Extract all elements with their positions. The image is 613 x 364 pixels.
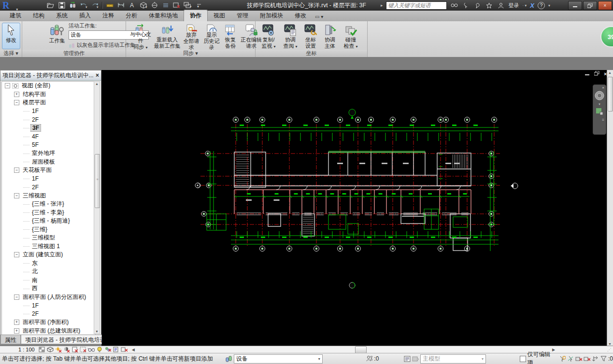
select-pinned-icon[interactable] (575, 356, 582, 362)
collapse-infocenter-icon[interactable]: ▸ (381, 3, 383, 8)
ribbon-tab-建筑[interactable]: 建筑 (4, 10, 27, 21)
filter-icon[interactable] (600, 356, 607, 362)
tab-project-browser[interactable]: 项目浏览器 - 技师学院机电培训... (21, 335, 102, 344)
ribbon-button-relinquish[interactable]: 放弃全部请求 (181, 23, 201, 51)
tree-item-1F[interactable]: 1F (2, 107, 95, 116)
tree-item-屋面楼板[interactable]: 屋面楼板 (2, 158, 95, 167)
collapse-icon[interactable]: − (14, 100, 19, 105)
sign-in-icon[interactable] (497, 1, 505, 10)
ribbon-tab-体量和场地[interactable]: 体量和场地 (143, 10, 184, 21)
coordinate-panel-footer[interactable]: 坐标 (256, 50, 367, 56)
tree-item-4F[interactable]: 4F (2, 132, 95, 141)
text-icon[interactable]: A (128, 1, 136, 9)
tree-item-2F[interactable]: 2F (2, 183, 95, 192)
thin-lines-icon[interactable] (161, 1, 170, 9)
default-3d-view-icon[interactable]: ▾ (139, 1, 147, 9)
worksharing-display-icon[interactable] (104, 347, 111, 353)
status-workset-dropdown[interactable]: 设备 ▾ (234, 354, 323, 364)
ribbon-button-restore[interactable]: 恢复备份 (222, 23, 239, 51)
tree-item-三维模型[interactable]: 三维模型 (2, 234, 95, 242)
ribbon-tab-系统[interactable]: 系统 (50, 10, 73, 21)
search-input[interactable] (386, 1, 447, 10)
collapse-icon[interactable]: − (14, 252, 19, 257)
navbar-divider-icon[interactable]: ▾ (593, 102, 606, 106)
tree-item--三维-李枭-[interactable]: {三维 - 李枭} (2, 209, 95, 217)
ribbon-tab-附加模块[interactable]: 附加模块 (254, 10, 289, 21)
exchange-apps-icon[interactable]: X (530, 2, 534, 9)
sign-in-label[interactable]: 登录 (508, 2, 519, 9)
tab-properties[interactable]: 属性 (0, 335, 21, 344)
ribbon-button-history[interactable]: 显示历史记录 (201, 23, 222, 51)
restore-button[interactable] (583, 1, 597, 10)
select-panel-footer[interactable]: 选择 ▾ (0, 50, 22, 56)
tree-scroll-up-icon[interactable]: ▲ (94, 82, 100, 85)
tree-item--三维-[interactable]: {三维} (2, 225, 95, 234)
drag-elements-icon[interactable] (592, 356, 599, 362)
editable-only-toggle[interactable]: 仅可编辑项 (520, 350, 555, 364)
vertical-scroll-thumb[interactable] (608, 77, 613, 112)
tree-item-西[interactable]: 西 (2, 284, 95, 293)
ribbon-tab-协作[interactable]: 协作 (184, 10, 208, 21)
analytical-model-icon[interactable] (121, 347, 128, 353)
tree-scrollbar[interactable]: ▲ ≡ ▼ (94, 81, 100, 334)
ribbon-tab-分析[interactable]: 分析 (120, 10, 143, 21)
tree-item-天花板平面[interactable]: −天花板平面 (2, 166, 95, 175)
expand-icon[interactable]: + (14, 328, 19, 334)
ribbon-button-interference[interactable]: 碰撞检查 ▾ (340, 23, 362, 51)
ribbon-button-reload[interactable]: 重新载入最新工作集 (153, 23, 181, 51)
select-links-icon[interactable] (567, 356, 574, 362)
reveal-hidden-icon[interactable] (96, 347, 103, 353)
expand-icon[interactable]: + (14, 320, 19, 325)
design-option-dropdown[interactable]: 主模型 ▾ (420, 354, 486, 364)
navbar-close-icon[interactable]: × (593, 85, 606, 90)
tree-item--三维-杨雨迪-[interactable]: {三维 - 杨雨迪} (2, 217, 95, 225)
resize-grip-icon[interactable]: ⋰ (607, 348, 611, 352)
tree-item-2F[interactable]: 2F (2, 310, 95, 319)
vertical-scrollbar[interactable]: ▲ ▼ (607, 70, 613, 347)
tree-item-南[interactable]: 南 (2, 276, 95, 285)
temporary-hide-isolate-icon[interactable] (88, 347, 95, 353)
temporary-view-properties-icon[interactable] (113, 347, 119, 353)
zoom-tool-icon[interactable] (593, 108, 606, 117)
show-crop-region-icon[interactable] (80, 347, 86, 353)
tree-item-面积平面-净面积-[interactable]: +面积平面 (净面积) (2, 318, 95, 327)
tree-item-1F[interactable]: 1F (2, 175, 95, 183)
collapse-icon[interactable]: − (5, 83, 10, 88)
tree-item-结构平面[interactable]: +结构平面 (2, 90, 95, 99)
search-icon[interactable] (450, 1, 458, 10)
editable-only-checkbox[interactable] (520, 356, 526, 362)
drawing-canvas[interactable]: × (101, 70, 607, 347)
tree-item-视图-全部-[interactable]: −视图 (全部) (2, 82, 95, 90)
horizontal-scroll-thumb[interactable] (355, 346, 367, 353)
select-underlay-icon[interactable] (584, 356, 590, 362)
collapse-icon[interactable]: − (14, 193, 19, 198)
editing-requests-icon[interactable] (366, 356, 373, 362)
ribbon-tab-插入[interactable]: 插入 (73, 10, 97, 21)
view-restore-icon[interactable] (594, 71, 599, 77)
save-icon[interactable] (57, 1, 66, 9)
tree-item-三维视图[interactable]: −三维视图 (2, 192, 95, 200)
tree-item-面积平面-总建筑面积-[interactable]: +面积平面 (总建筑面积) (2, 327, 95, 336)
tree-item-楼层平面[interactable]: −楼层平面 (2, 98, 95, 107)
tree-item-2F[interactable]: 2F (2, 115, 95, 124)
modify-button[interactable]: 修改 (2, 23, 20, 49)
project-browser-close-icon[interactable]: × (96, 72, 99, 79)
tree-item-北[interactable]: 北 (2, 267, 95, 276)
sign-in-arrow-icon[interactable]: · ▾ (522, 3, 527, 8)
ribbon-tab-视图[interactable]: 视图 (208, 10, 231, 21)
ribbon-button-coords[interactable]: 坐标设置 (301, 23, 320, 51)
scroll-up-icon[interactable]: ▲ (607, 71, 613, 74)
tree-item-室外地坪[interactable]: 室外地坪 (2, 149, 95, 158)
redo-icon[interactable]: ▾ (91, 1, 99, 9)
section-icon[interactable] (150, 1, 158, 9)
shadows-icon[interactable] (63, 347, 70, 353)
sync-central-icon[interactable] (69, 1, 77, 9)
view-minimize-icon[interactable] (585, 71, 590, 77)
tree-scroll-thumb[interactable]: ≡ (95, 154, 100, 208)
tree-item-三维视图-1[interactable]: 三维视图 1 (2, 242, 95, 251)
manage-panel-footer[interactable]: 管理协作 (22, 50, 126, 56)
tree-item-3F[interactable]: 3F (2, 124, 95, 133)
design-options-icon[interactable] (404, 356, 411, 362)
steering-wheel-icon[interactable] (593, 90, 606, 102)
navbar-options-icon[interactable]: ≡ (593, 117, 606, 123)
